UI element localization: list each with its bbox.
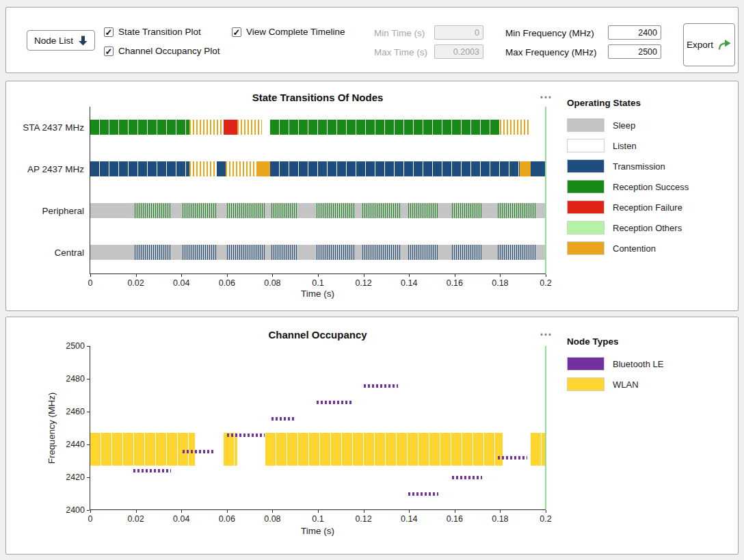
x-tick-label: 0.16 bbox=[447, 278, 463, 288]
state-segment-contention bbox=[500, 120, 529, 135]
checkbox-view-complete-timeline[interactable]: ✓ View Complete Timeline bbox=[232, 27, 345, 37]
state-segment-transmission bbox=[317, 245, 354, 260]
ble-occupancy-dashes bbox=[227, 434, 265, 437]
x-tick-label: 0.04 bbox=[173, 278, 189, 288]
y-tick bbox=[87, 510, 90, 511]
state-segment-rx_success bbox=[317, 203, 354, 218]
x-tick bbox=[181, 510, 182, 513]
checkbox-label: Channel Occupancy Plot bbox=[118, 46, 220, 56]
axes-options-button[interactable]: ⋯ bbox=[530, 327, 561, 342]
state-segment-contention bbox=[237, 120, 263, 135]
state-chart-plot-area: STA 2437 MHzAP 2437 MHzPeripheralCentral… bbox=[90, 107, 546, 274]
x-tick-label: 0.12 bbox=[355, 514, 371, 524]
legend-label: Sleep bbox=[613, 120, 635, 131]
legend-title: Operating States bbox=[567, 98, 734, 108]
checkbox-state-transition-plot[interactable]: ✓ State Transition Plot bbox=[104, 27, 201, 37]
x-tick-label: 0.14 bbox=[401, 278, 417, 288]
state-segment-contention bbox=[226, 161, 258, 176]
wlan-occupancy-block bbox=[531, 433, 546, 466]
state-segment-rx_success bbox=[362, 203, 400, 218]
state-segment-transmission bbox=[362, 245, 400, 260]
x-tick bbox=[409, 274, 410, 277]
toolbar-panel: Node List ✓ State Transition Plot ✓ Chan… bbox=[5, 7, 739, 73]
x-tick bbox=[272, 510, 273, 513]
time-cursor-line bbox=[545, 107, 546, 274]
operating-states-legend: Operating States SleepListenTransmission… bbox=[567, 98, 734, 258]
min-time-label: Min Time (s) bbox=[374, 28, 425, 38]
min-time-input bbox=[434, 25, 483, 40]
x-tick-label: 0.18 bbox=[492, 278, 508, 288]
checkbox-checked-icon: ✓ bbox=[232, 27, 241, 37]
ble-occupancy-dashes bbox=[271, 417, 297, 421]
y-tick-label: 2480 bbox=[66, 374, 85, 384]
wlan-occupancy-block bbox=[224, 433, 237, 466]
node-list-button[interactable]: Node List bbox=[27, 30, 95, 51]
x-tick bbox=[90, 510, 91, 513]
export-label: Export bbox=[687, 40, 713, 50]
occupancy-chart-xlabel: Time (s) bbox=[90, 526, 546, 536]
y-tick bbox=[87, 444, 90, 445]
x-tick bbox=[455, 274, 455, 277]
state-segment-transmission bbox=[498, 245, 535, 260]
x-tick bbox=[136, 274, 137, 277]
state-segment-rx_success bbox=[408, 203, 439, 218]
y-tick-label: 2420 bbox=[66, 472, 85, 482]
x-tick bbox=[318, 274, 319, 277]
state-segment-transmission bbox=[271, 245, 297, 260]
export-button[interactable]: Export bbox=[683, 23, 735, 66]
x-tick-label: 0 bbox=[88, 278, 93, 288]
state-segment-contention bbox=[520, 161, 531, 176]
max-time-input bbox=[434, 44, 483, 59]
checkbox-checked-icon: ✓ bbox=[104, 46, 114, 56]
y-tick bbox=[87, 346, 90, 347]
wlan-occupancy-block bbox=[90, 433, 195, 466]
state-segment-transmission bbox=[531, 161, 546, 176]
node-row-label: STA 2437 MHz bbox=[23, 122, 84, 133]
node-row-label: Peripheral bbox=[42, 206, 84, 216]
state-chart-title: State Transitions Of Nodes bbox=[90, 92, 546, 103]
state-segment-transmission bbox=[217, 161, 226, 176]
state-segment-contention bbox=[189, 161, 217, 176]
legend-swatch bbox=[567, 377, 604, 391]
x-tick bbox=[546, 510, 546, 513]
max-frequency-input[interactable] bbox=[608, 44, 661, 59]
state-segment-transmission bbox=[227, 245, 265, 260]
x-tick-label: 0.1 bbox=[312, 278, 323, 288]
x-tick-label: 0.1 bbox=[312, 514, 323, 524]
x-tick-label: 0.08 bbox=[264, 278, 280, 288]
x-tick bbox=[136, 510, 137, 513]
x-tick-label: 0.2 bbox=[540, 514, 551, 524]
state-segment-rx_success bbox=[498, 203, 535, 218]
y-tick bbox=[87, 412, 90, 412]
ble-occupancy-dashes bbox=[364, 384, 398, 388]
x-tick-label: 0.18 bbox=[492, 514, 508, 524]
min-frequency-input[interactable] bbox=[608, 25, 661, 40]
x-tick-label: 0.2 bbox=[540, 278, 551, 288]
ble-occupancy-dashes bbox=[408, 492, 439, 496]
legend-item: Bluetooth LE bbox=[567, 354, 734, 374]
state-segment-transmission bbox=[452, 245, 481, 260]
axes-options-button[interactable]: ⋯ bbox=[530, 90, 561, 105]
x-tick bbox=[318, 510, 319, 513]
ble-occupancy-dashes bbox=[498, 456, 527, 459]
down-arrow-icon bbox=[79, 36, 88, 46]
state-segment-rx_success bbox=[183, 203, 218, 218]
node-types-legend: Node Types Bluetooth LEWLAN bbox=[567, 336, 734, 395]
occupancy-chart-ylabel: Frequency (MHz) bbox=[46, 392, 57, 464]
legend-item: Transmission bbox=[567, 156, 734, 176]
y-tick bbox=[87, 379, 90, 379]
x-tick-label: 0.06 bbox=[219, 278, 235, 288]
occupancy-chart-title: Channel Occupancy bbox=[90, 329, 546, 341]
legend-item: Reception Others bbox=[567, 217, 734, 238]
checkbox-label: View Complete Timeline bbox=[246, 27, 345, 37]
legend-swatch bbox=[567, 180, 604, 194]
legend-items: Bluetooth LEWLAN bbox=[567, 354, 734, 395]
x-tick bbox=[272, 274, 273, 277]
x-tick-label: 0.02 bbox=[127, 278, 144, 288]
legend-items: SleepListenTransmissionReception Success… bbox=[567, 115, 734, 258]
y-tick bbox=[87, 477, 90, 478]
legend-label: Reception Success bbox=[613, 182, 689, 192]
checkbox-channel-occupancy-plot[interactable]: ✓ Channel Occupancy Plot bbox=[104, 46, 220, 56]
x-tick bbox=[364, 274, 364, 277]
legend-item: Reception Failure bbox=[567, 197, 734, 217]
